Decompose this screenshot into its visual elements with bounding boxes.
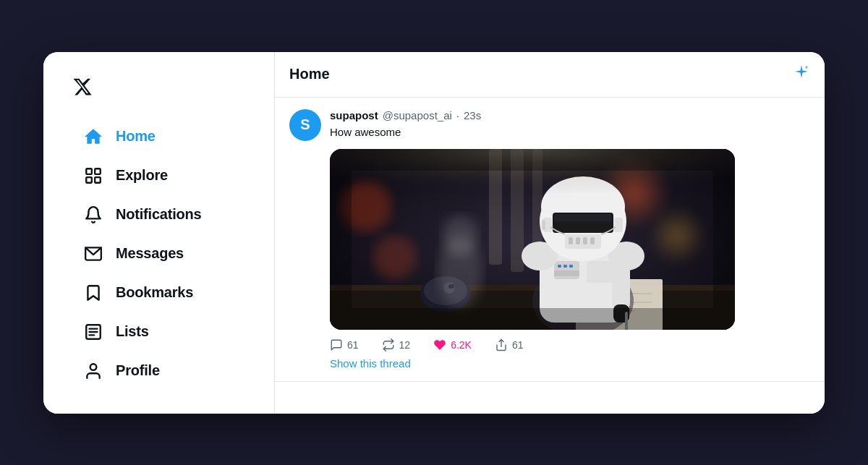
tweet-timestamp: 23s bbox=[464, 109, 481, 121]
tweet-meta: supapost @supapost_ai · 23s bbox=[330, 109, 810, 121]
svg-rect-30 bbox=[554, 261, 579, 279]
home-label: Home bbox=[116, 128, 156, 145]
svg-rect-38 bbox=[612, 261, 630, 312]
feed-title: Home bbox=[289, 66, 330, 82]
like-icon bbox=[433, 338, 446, 351]
svg-point-9 bbox=[90, 364, 97, 370]
sidebar: Home Explore bbox=[43, 52, 275, 414]
tweet-image-inner bbox=[330, 149, 735, 330]
tweet-time: · bbox=[456, 109, 459, 121]
svg-rect-49 bbox=[576, 237, 580, 244]
sidebar-item-bookmarks[interactable]: Bookmarks bbox=[72, 273, 245, 312]
bookmarks-icon bbox=[84, 283, 103, 302]
sidebar-item-home[interactable]: Home bbox=[72, 117, 245, 156]
share-icon bbox=[495, 338, 508, 351]
sidebar-item-explore[interactable]: Explore bbox=[72, 156, 245, 195]
profile-icon bbox=[84, 362, 103, 380]
tweet-text: How awesome bbox=[330, 124, 810, 141]
reply-count: 61 bbox=[347, 339, 359, 351]
svg-point-12 bbox=[648, 207, 706, 265]
lists-icon bbox=[84, 323, 103, 341]
home-icon bbox=[84, 127, 103, 146]
explore-icon bbox=[84, 166, 103, 185]
x-logo[interactable] bbox=[72, 77, 245, 100]
main-feed: Home S supapost @supapost_ai · 23s bbox=[275, 52, 825, 414]
svg-rect-34 bbox=[554, 270, 579, 276]
svg-rect-2 bbox=[86, 177, 92, 183]
notifications-icon bbox=[84, 205, 103, 224]
show-thread-link[interactable]: Show this thread bbox=[330, 357, 810, 370]
svg-point-14 bbox=[373, 236, 417, 279]
lists-label: Lists bbox=[116, 323, 149, 340]
svg-rect-1 bbox=[95, 168, 101, 174]
sparkle-icon[interactable] bbox=[793, 64, 810, 85]
sidebar-item-notifications[interactable]: Notifications bbox=[72, 195, 245, 234]
share-action[interactable]: 61 bbox=[495, 338, 524, 351]
notifications-label: Notifications bbox=[116, 206, 202, 223]
tweet-actions: 61 12 bbox=[330, 338, 810, 351]
retweet-count: 12 bbox=[399, 339, 411, 351]
avatar: S bbox=[289, 109, 321, 141]
svg-rect-0 bbox=[86, 168, 92, 174]
share-count: 61 bbox=[512, 339, 524, 351]
retweet-icon bbox=[382, 338, 395, 351]
messages-icon bbox=[84, 244, 103, 263]
svg-rect-19 bbox=[330, 285, 735, 291]
svg-rect-50 bbox=[583, 237, 587, 244]
like-count: 6.2K bbox=[451, 339, 472, 351]
svg-rect-32 bbox=[563, 265, 567, 268]
profile-label: Profile bbox=[116, 362, 160, 379]
tweet-header: S supapost @supapost_ai · 23s How awesom… bbox=[289, 109, 810, 370]
sidebar-nav: Home Explore bbox=[72, 117, 245, 391]
tweet-image bbox=[330, 149, 735, 330]
explore-label: Explore bbox=[116, 167, 168, 184]
feed-header: Home bbox=[275, 52, 825, 98]
svg-point-56 bbox=[442, 216, 478, 256]
svg-rect-54 bbox=[614, 218, 623, 232]
sidebar-item-lists[interactable]: Lists bbox=[72, 312, 245, 351]
app-container: Home Explore bbox=[43, 52, 825, 414]
svg-rect-35 bbox=[587, 261, 616, 283]
retweet-action[interactable]: 12 bbox=[382, 338, 411, 351]
bookmarks-label: Bookmarks bbox=[116, 284, 193, 301]
like-action[interactable]: 6.2K bbox=[433, 338, 472, 351]
tweet-content: supapost @supapost_ai · 23s How awesome bbox=[330, 109, 810, 370]
svg-rect-3 bbox=[95, 177, 101, 183]
svg-rect-33 bbox=[569, 265, 573, 268]
svg-rect-46 bbox=[554, 214, 612, 221]
reply-icon bbox=[330, 338, 343, 351]
svg-rect-51 bbox=[590, 237, 595, 244]
sidebar-item-profile[interactable]: Profile bbox=[72, 351, 245, 391]
tweet-author: supapost bbox=[330, 109, 378, 121]
svg-rect-31 bbox=[558, 265, 561, 268]
sidebar-item-messages[interactable]: Messages bbox=[72, 234, 245, 273]
tweet-handle: @supapost_ai bbox=[383, 109, 452, 121]
reply-action[interactable]: 61 bbox=[330, 338, 359, 351]
tweet: S supapost @supapost_ai · 23s How awesom… bbox=[275, 98, 825, 383]
messages-label: Messages bbox=[116, 245, 184, 262]
svg-rect-48 bbox=[569, 237, 573, 244]
svg-rect-53 bbox=[542, 220, 545, 230]
